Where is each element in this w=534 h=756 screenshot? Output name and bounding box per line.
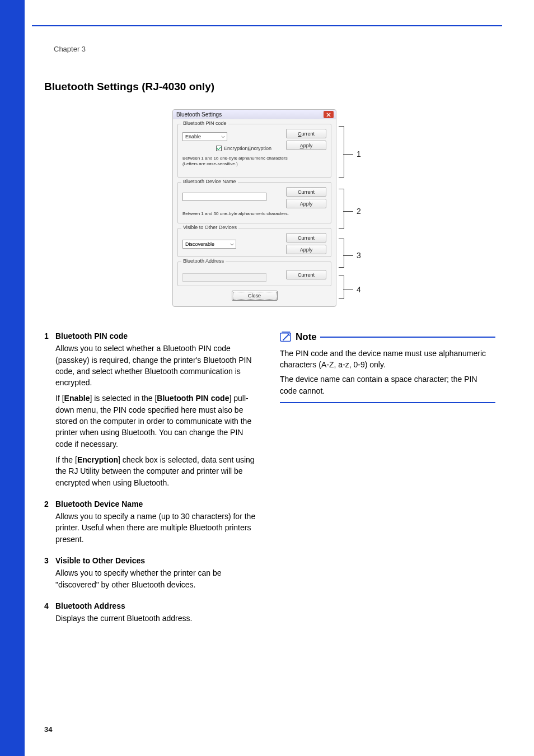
name-apply-button[interactable]: Apply [286,199,326,208]
note-p1: The PIN code and the device name must us… [280,348,495,371]
item-1-title: Bluetooth PIN code [55,330,260,342]
bluetooth-settings-dialog: Bluetooth Settings Bluetooth PIN code En… [172,109,336,307]
chevron-down-icon [230,242,234,248]
legend-pin: Bluetooth PIN code [181,120,228,126]
visible-apply-button[interactable]: Apply [286,245,326,254]
note-p2: The device name can contain a space char… [280,374,495,396]
pin-apply-button[interactable]: Apply [286,141,326,150]
pin-helper-2: (Letters are case-sensitive.) [182,161,326,167]
callout-1: 1 [357,150,361,158]
note-icon [280,332,292,343]
callout-3: 3 [357,251,361,260]
right-column: Note The PIN code and the device name mu… [280,330,495,634]
pin-enable-select[interactable]: Enable [182,132,227,141]
device-name-input[interactable] [182,193,266,201]
encryption-label: EncryptionEncryption [224,146,271,151]
name-current-button[interactable]: Current [286,187,326,197]
visible-select[interactable]: Discoverable [182,240,236,249]
address-display [182,273,266,282]
item-2-title: Bluetooth Device Name [55,498,260,510]
callout-4: 4 [357,285,361,294]
fieldset-address: Bluetooth Address Current [177,262,331,286]
item-4-p: Displays the current Bluetooth address. [55,613,192,624]
item-2: 2 Bluetooth Device Name Allows you to sp… [44,498,260,549]
section-heading: Bluetooth Settings (RJ-4030 only) [44,81,214,93]
note-rule-bottom [280,402,495,403]
item-3-p: Allows you to specify whether the printe… [55,567,260,590]
fieldset-visible: Visible to Other Devices Discoverable Cu… [177,228,331,257]
left-accent-bar [0,0,25,756]
dialog-title: Bluetooth Settings [176,111,222,118]
legend-visible: Visible to Other Devices [181,225,238,230]
item-4-title: Bluetooth Address [55,600,192,612]
dialog-titlebar: Bluetooth Settings [173,110,336,119]
item-2-num: 2 [44,498,55,549]
fieldset-device-name: Bluetooth Device Name Between 1 and 30 o… [177,182,331,223]
chapter-label: Chapter 3 [54,45,86,53]
top-rule [32,25,502,26]
fieldset-pin-code: Bluetooth PIN code Enable EncryptionEncr… [177,124,331,178]
note-rule-top [320,337,495,338]
item-2-p: Allows you to specify a name (up to 30 c… [55,511,260,545]
item-3: 3 Visible to Other Devices Allows you to… [44,555,260,595]
note-title: Note [296,330,317,344]
address-current-button[interactable]: Current [286,270,326,279]
encryption-checkbox[interactable] [216,146,222,151]
item-1-p3: If the [Encryption] check box is selecte… [55,454,260,488]
pin-current-button[interactable]: Current [286,129,326,138]
visible-value: Discoverable [185,241,214,247]
close-icon[interactable] [324,111,334,118]
page-number: 34 [44,725,52,734]
chevron-down-icon [221,134,225,140]
legend-address: Bluetooth Address [181,258,226,264]
visible-current-button[interactable]: Current [286,233,326,242]
pin-enable-value: Enable [185,134,201,139]
check-icon [217,146,221,151]
item-3-num: 3 [44,555,55,595]
item-3-title: Visible to Other Devices [55,555,260,566]
item-1: 1 Bluetooth PIN code Allows you to selec… [44,330,260,493]
name-helper: Between 1 and 30 one-byte alphanumeric c… [182,211,326,217]
left-column: 1 Bluetooth PIN code Allows you to selec… [44,330,260,634]
callout-2: 2 [357,207,361,216]
item-1-p1: Allows you to select whether a Bluetooth… [55,343,260,388]
item-4: 4 Bluetooth Address Displays the current… [44,600,260,629]
item-1-p2: If [Enable] is selected in the [Bluetoot… [55,393,260,449]
pin-helper-1: Between 1 and 16 one-byte alphanumeric c… [182,156,326,161]
item-1-num: 1 [44,330,55,493]
note-box: Note The PIN code and the device name mu… [280,330,495,403]
item-4-num: 4 [44,600,55,629]
dialog-close-button[interactable]: Close [232,291,278,301]
legend-name: Bluetooth Device Name [181,179,238,184]
